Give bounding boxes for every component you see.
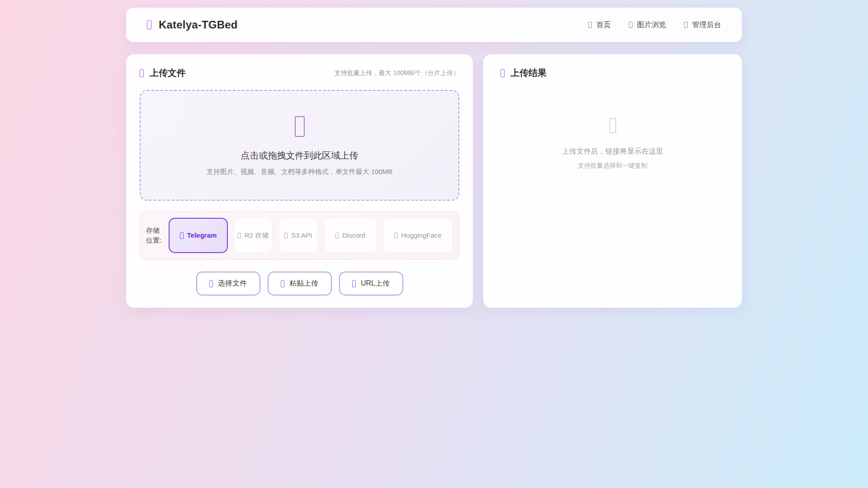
storage-option-r2[interactable]: R2 存储 [234,218,273,253]
file-icon [209,280,213,287]
nav-item-label: 图片浏览 [637,20,666,30]
nav-item-label: 管理后台 [692,20,721,30]
upload-card: 上传文件 支持批量上传，最大 100MB/个（分片上传） 点击或拖拽文件到此区域… [126,54,473,308]
nav-item-admin[interactable]: 管理后台 [684,20,721,30]
upload-card-title: 上传文件 [150,67,186,79]
upload-icon [140,69,144,77]
telegram-icon [180,232,184,239]
logo-icon [147,20,151,29]
storage-option-label: S3 API [291,231,312,240]
result-icon [500,69,505,77]
folder-icon [295,116,305,137]
file-dropzone[interactable]: 点击或拖拽文件到此区域上传 支持图片、视频、音频、文档等多种格式，单文件最大 1… [140,90,459,201]
url-upload-button[interactable]: URL上传 [339,272,403,296]
top-header: Katelya-TGBed 首页 图片浏览 管理后台 [126,8,742,42]
storage-option-s3[interactable]: S3 API [278,218,318,253]
empty-state-subtext: 支持批量选择和一键复制 [578,162,647,170]
dropzone-sub-text: 支持图片、视频、音频、文档等多种格式，单文件最大 100MB [207,168,393,176]
upload-card-header: 上传文件 支持批量上传，最大 100MB/个（分片上传） [140,67,459,79]
discord-icon [335,233,339,239]
clipboard-icon [281,280,284,287]
app-title: Katelya-TGBed [159,19,238,31]
nav-item-label: 首页 [596,20,611,30]
storage-selector: 存储位置: Telegram R2 存储 S3 API Discord [140,211,459,260]
storage-option-telegram[interactable]: Telegram [169,218,228,253]
nav-item-gallery[interactable]: 图片浏览 [629,20,666,30]
huggingface-icon [394,233,397,239]
admin-icon [684,22,688,28]
page-container: Katelya-TGBed 首页 图片浏览 管理后台 上传文件 支持批量上传，最… [126,0,742,308]
storage-option-label: R2 存储 [245,231,269,240]
result-card-header: 上传结果 [500,67,725,79]
paste-upload-button[interactable]: 粘贴上传 [268,272,332,296]
s3-icon [284,233,288,239]
select-file-button[interactable]: 选择文件 [196,272,260,296]
upload-card-subtitle: 支持批量上传，最大 100MB/个（分片上传） [335,69,459,77]
link-icon [352,280,356,287]
brand: Katelya-TGBed [147,19,238,31]
empty-state-text: 上传文件后，链接将显示在这里 [562,147,663,156]
result-card-title: 上传结果 [510,67,547,79]
home-icon [588,22,592,28]
storage-option-label: Telegram [187,231,217,240]
result-empty-state: 上传文件后，链接将显示在这里 支持批量选择和一键复制 [500,118,725,170]
storage-option-huggingface[interactable]: HuggingFace [383,218,453,253]
empty-placeholder-icon [609,118,616,133]
storage-option-discord[interactable]: Discord [324,218,377,253]
r2-icon [238,233,241,239]
result-card: 上传结果 上传文件后，链接将显示在这里 支持批量选择和一键复制 [483,54,742,308]
action-button-label: 粘贴上传 [289,279,318,288]
top-nav: 首页 图片浏览 管理后台 [588,20,721,30]
storage-label: 存储位置: [146,225,163,246]
upload-actions: 选择文件 粘贴上传 URL上传 [140,272,459,296]
storage-option-label: HuggingFace [401,231,441,240]
action-button-label: URL上传 [361,279,390,288]
action-button-label: 选择文件 [218,279,247,288]
dropzone-main-text: 点击或拖拽文件到此区域上传 [241,150,359,162]
gallery-icon [629,22,632,28]
nav-item-home[interactable]: 首页 [588,20,611,30]
storage-option-label: Discord [342,231,365,240]
